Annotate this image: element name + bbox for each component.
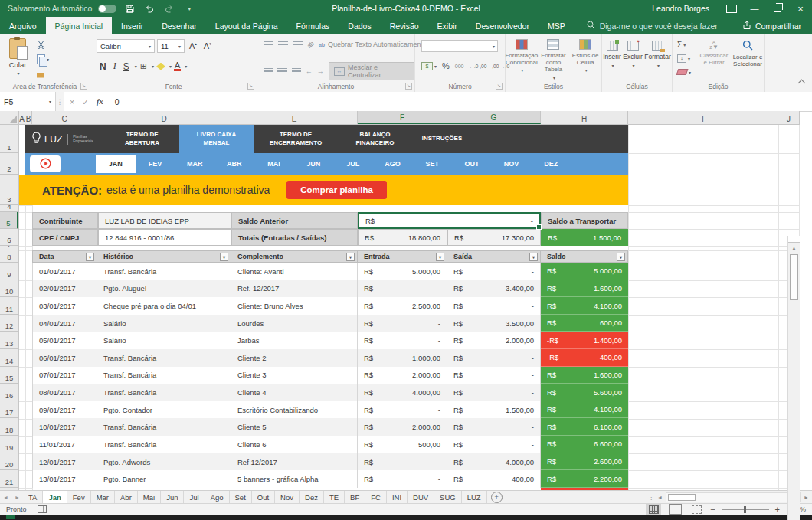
sheet-tab-out[interactable]: Out xyxy=(252,491,275,503)
nav-tab-termo-de-encerramento[interactable]: TERMO DEENCERRAMENTO xyxy=(254,125,338,153)
sheet-tab-ta[interactable]: TA xyxy=(23,491,43,503)
dialog-launcher-icon[interactable]: ↘ xyxy=(496,83,503,90)
fill-color-icon[interactable] xyxy=(156,63,165,70)
sheet-tab-abr[interactable]: Abr xyxy=(115,491,138,503)
nav-tab-termo-de-abertura[interactable]: TERMO DEABERTURA xyxy=(105,125,179,153)
italic-button[interactable]: I xyxy=(110,61,120,72)
formula-bar-splitter[interactable]: ⋮ xyxy=(56,92,64,111)
cell-saida[interactable]: R$- xyxy=(447,384,541,401)
cell-saida[interactable]: R$- xyxy=(447,263,541,280)
cell-entrada[interactable]: R$5.000,00 xyxy=(358,263,447,280)
month-tab-abr[interactable]: ABR xyxy=(214,153,254,175)
cell-historico[interactable]: Pgto. Contador xyxy=(97,401,231,419)
month-tab-ago[interactable]: AGO xyxy=(373,153,413,175)
buy-button[interactable]: Comprar planilha xyxy=(286,181,387,199)
cell-historico[interactable]: Pgto. Adwords xyxy=(97,453,231,471)
sheet-scroll-right-icon[interactable]: ► xyxy=(11,491,23,503)
cell-saida[interactable]: R$3.400,00 xyxy=(447,280,541,298)
paste-button[interactable]: Colar ▾ xyxy=(5,38,31,76)
column-header-d[interactable]: D xyxy=(97,111,231,124)
comma-format-button[interactable]: 000 xyxy=(455,64,464,69)
new-sheet-button[interactable]: + xyxy=(491,492,503,503)
increase-decimal-button[interactable]: ←.0 ,00 xyxy=(469,64,486,69)
bold-button[interactable]: N xyxy=(97,61,110,72)
column-header-f[interactable]: F xyxy=(358,111,447,124)
sheet-scroll-left-icon[interactable]: ◄ xyxy=(0,491,11,503)
sheet-tab-sug[interactable]: SUG xyxy=(434,491,462,503)
row-header-20[interactable]: 20 xyxy=(0,453,18,471)
view-page-break-button[interactable] xyxy=(689,504,704,515)
cell-saida[interactable]: R$400,00 xyxy=(447,470,541,488)
sheet-tab-ago[interactable]: Ago xyxy=(205,491,230,503)
tell-me-search[interactable]: Diga-me o que você deseja fazer xyxy=(587,17,718,34)
cell-saldo[interactable]: R$2.600,00 xyxy=(541,453,628,471)
ribbon-tab-layout-da-pagina[interactable]: Layout da Página xyxy=(206,17,287,34)
view-page-layout-button[interactable] xyxy=(667,504,683,515)
undo-icon[interactable] xyxy=(142,1,156,16)
cell-historico[interactable]: Transf. Bancária xyxy=(97,367,231,384)
sheet-tab-nov[interactable]: Nov xyxy=(275,491,300,503)
sheet-tab-te[interactable]: TE xyxy=(324,491,345,503)
cell-data[interactable]: 10/01/2017 xyxy=(32,418,97,436)
cell-historico[interactable]: Transf. Bancária xyxy=(97,349,231,367)
cell-saldo[interactable]: R$4.100,00 xyxy=(541,297,628,315)
hscroll-track[interactable] xyxy=(666,492,801,502)
format-painter-button[interactable] xyxy=(37,68,49,79)
month-tab-jan[interactable]: JAN xyxy=(96,155,136,173)
number-format-select[interactable]: ▾ xyxy=(421,40,498,52)
table-header-saldo[interactable]: Saldo▾ xyxy=(541,250,628,263)
column-header-g[interactable]: G xyxy=(447,111,541,124)
cpf-cnpj-label[interactable]: CPF / CNPJ xyxy=(32,229,98,246)
cell-saida[interactable]: R$2.000,00 xyxy=(447,332,541,349)
sheet-tab-dez[interactable]: Dez xyxy=(300,491,324,503)
align-bottom-icon[interactable] xyxy=(293,41,303,48)
cell-saldo[interactable]: -R$1.400,00 xyxy=(541,332,628,349)
align-right-icon[interactable] xyxy=(292,68,301,75)
cell-data[interactable]: 03/01/2017 xyxy=(32,297,97,315)
cell-entrada[interactable]: R$- xyxy=(358,332,447,349)
insert-function-icon[interactable]: fx xyxy=(97,97,103,106)
clear-button[interactable]: ▾ xyxy=(677,67,691,77)
column-header-c[interactable]: C xyxy=(32,111,97,124)
column-header-e[interactable]: E xyxy=(231,111,358,124)
cell-data[interactable]: 04/01/2017 xyxy=(32,315,97,332)
row-header-4[interactable]: 4 xyxy=(0,205,18,212)
month-tab-nov[interactable]: NOV xyxy=(492,153,532,175)
ribbon-tab-exibir[interactable]: Exibir xyxy=(428,17,467,34)
total-saidas-cell[interactable]: R$17.300,00 xyxy=(447,229,541,246)
contribuinte-value[interactable]: LUZ LAB DE IDEIAS EPP xyxy=(98,212,231,229)
cell-entrada[interactable]: R$- xyxy=(358,453,447,471)
cell-entrada[interactable]: R$1.000,00 xyxy=(358,349,447,367)
font-color-dropdown-icon[interactable]: ▾ xyxy=(185,64,187,69)
cell-data[interactable]: 09/01/2017 xyxy=(32,401,97,419)
column-header-b[interactable]: B xyxy=(25,111,32,124)
align-middle-icon[interactable] xyxy=(278,41,288,48)
currency-format-button[interactable]: $▾ xyxy=(421,61,437,71)
hscroll-splitter[interactable]: ⋮ xyxy=(648,494,654,501)
row-header-2[interactable]: 2 xyxy=(0,153,18,175)
sheet-tab-fc[interactable]: FC xyxy=(365,491,387,503)
nav-tab-instrucoes[interactable]: INSTRUÇÕES xyxy=(412,125,472,153)
cell-historico[interactable]: Transf. Bancária xyxy=(97,263,231,280)
table-header-data[interactable]: Data▾ xyxy=(32,250,97,263)
cell-data[interactable]: 02/01/2017 xyxy=(32,280,97,298)
cell-saida[interactable]: R$- xyxy=(447,367,541,384)
row-header-18[interactable]: 18 xyxy=(0,418,18,436)
cancel-icon[interactable]: × xyxy=(70,97,74,106)
cell-saldo[interactable]: R$5.000,00 xyxy=(541,263,628,280)
cell-data[interactable]: 05/01/2017 xyxy=(32,332,97,349)
ribbon-tab-desenhar[interactable]: Desenhar xyxy=(152,17,206,34)
cell-entrada[interactable]: R$- xyxy=(358,470,447,488)
align-center-icon[interactable] xyxy=(277,68,286,75)
cell-saida[interactable]: R$- xyxy=(447,297,541,315)
column-header-i[interactable]: I xyxy=(628,111,778,124)
cell-saida[interactable]: R$- xyxy=(447,349,541,367)
font-name-select[interactable]: Calibri▾ xyxy=(97,39,155,53)
row-header-10[interactable]: 10 xyxy=(0,280,18,298)
play-button[interactable] xyxy=(30,155,61,172)
filter-icon[interactable]: ▾ xyxy=(529,253,538,261)
cell-complemento[interactable]: Cliente 2 xyxy=(231,349,358,367)
enter-icon[interactable]: ✓ xyxy=(82,97,89,106)
restore-icon[interactable] xyxy=(766,0,789,17)
user-name[interactable]: Leandro Borges xyxy=(652,4,709,13)
